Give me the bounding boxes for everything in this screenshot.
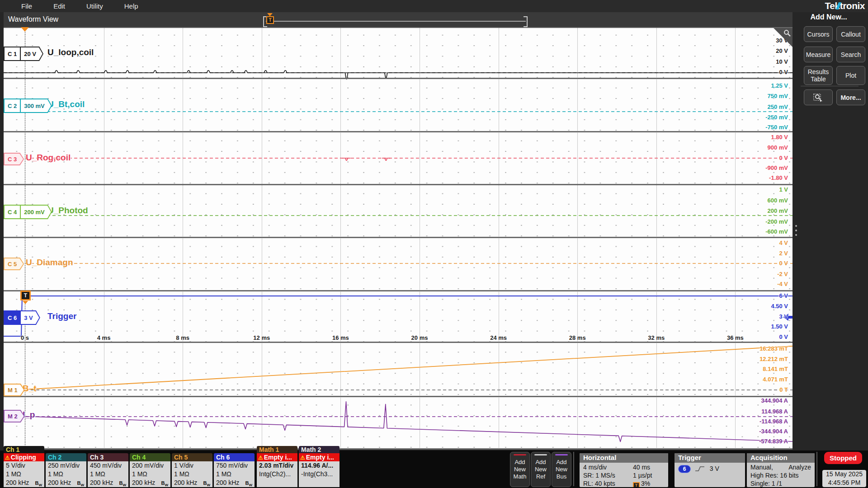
- badge-id: C 6: [5, 311, 21, 324]
- badge-ch-4[interactable]: Ch 4200 mV/div1 MΩ200 kHzBW: [130, 453, 170, 487]
- acquisition-panel[interactable]: Acquisition Manual, Analyze High Res: 16…: [747, 453, 815, 487]
- channel-badge-m-2[interactable]: M 2: [4, 410, 25, 422]
- badge-ch-1[interactable]: Ch 1⚠Clipping5 V/div1 MΩ200 kHzBW: [4, 446, 44, 487]
- axis-label: -750 mV: [765, 124, 788, 131]
- axis-label: -4 V: [777, 281, 788, 287]
- badge-bandwidth-row: 200 kHzBW: [88, 479, 128, 487]
- sidebar-button-cursors[interactable]: Cursors: [804, 26, 833, 42]
- badge-bandwidth-row: 200 kHzBW: [172, 479, 212, 487]
- badge-ch-6[interactable]: Ch 6750 mV/div1 MΩ200 kHzBW: [214, 453, 255, 487]
- badge-bandwidth-row: 200 kHzBW: [4, 479, 44, 487]
- trace: [4, 402, 793, 442]
- badge-title: Ch 4: [130, 453, 170, 461]
- section-separator: [4, 290, 793, 291]
- channel-badge-c-6[interactable]: C 63 V: [4, 310, 40, 325]
- bandwidth-limit-icon: BW: [35, 479, 42, 487]
- channel-badge-c-3[interactable]: C 3: [4, 153, 24, 165]
- channel-badge-c-2[interactable]: C 2300 mV: [4, 99, 52, 113]
- acq-mode: Manual,: [750, 464, 773, 471]
- trigger-panel[interactable]: Trigger 6 3 V: [675, 453, 745, 487]
- more-button[interactable]: More...: [836, 89, 865, 105]
- axis-label: 10 V: [776, 58, 788, 65]
- badge-scale-row: 450 mV/div: [88, 461, 128, 470]
- channel-badge-c-1[interactable]: C 120 V: [4, 47, 43, 61]
- badge-title: Ch 5: [172, 453, 212, 461]
- accent-line: [514, 454, 526, 455]
- sidebar-button-search[interactable]: Search: [836, 47, 865, 62]
- trigger-indicator-tail-icon: [23, 301, 28, 304]
- axis-label: -600 mV: [765, 228, 788, 235]
- axis-label: 4.071 mT: [763, 376, 788, 383]
- record-right-bracket-icon[interactable]: [524, 16, 528, 27]
- acquisition-panel-title: Acquisition: [747, 453, 815, 463]
- axis-label: 0 V: [779, 333, 788, 340]
- badge-alert: ⚠Empty i...: [299, 453, 340, 461]
- tab-waveform-view[interactable]: Waveform View: [8, 15, 58, 23]
- badge-bandwidth-row: 200 kHzBW: [214, 479, 255, 487]
- axis-label: 114.968 A: [761, 408, 788, 415]
- section-separator: [4, 342, 793, 343]
- horizontal-panel[interactable]: Horizontal 4 ms/div SR: 1 MS/s RL: 40 kp…: [580, 453, 668, 487]
- waveform-graticule: T 0 s4 ms8 ms12 ms16 ms20 ms24 ms28 ms32…: [4, 27, 793, 450]
- section-separator: [4, 237, 793, 238]
- trigger-mini-icon: T: [633, 482, 640, 487]
- plot-top-edge: [4, 27, 793, 28]
- axis-label: 1.50 V: [771, 323, 788, 330]
- sidebar-button-measure[interactable]: Measure: [804, 47, 833, 62]
- axis-label: -200 mV: [765, 218, 788, 225]
- badge-id: C 3: [5, 154, 23, 164]
- sidebar-button-results-table[interactable]: Results Table: [804, 66, 833, 85]
- bandwidth-limit-icon: BW: [203, 479, 210, 487]
- badge-ch-3[interactable]: Ch 3450 mV/div1 MΩ200 kHzBW: [88, 453, 128, 487]
- menu-bar: Tektronix FileEditUtilityHelp: [0, 0, 868, 12]
- sidebar-button-callout[interactable]: Callout: [836, 26, 865, 42]
- time-tick-label: 12 ms: [253, 334, 270, 341]
- waveform-traces: [4, 27, 793, 450]
- add-new-math-button[interactable]: AddNewMath: [510, 452, 530, 487]
- badge-scale-row: 1 V/div: [172, 461, 212, 470]
- warning-icon: ⚠: [5, 455, 10, 461]
- axis-label: 3 V: [779, 313, 788, 320]
- badge-ch-5[interactable]: Ch 51 V/div1 MΩ200 kHzBW: [172, 453, 212, 487]
- time-tick-label: 8 ms: [176, 334, 189, 341]
- trigger-position-icon[interactable]: T: [266, 16, 274, 24]
- menu-file[interactable]: File: [21, 2, 32, 10]
- badge-impedance-row: 1 MΩ: [130, 470, 170, 479]
- section-separator: [4, 396, 793, 397]
- oscilloscope-window: Tektronix FileEditUtilityHelp Waveform V…: [0, 0, 868, 488]
- badge-alert: ⚠Empty i...: [257, 453, 297, 461]
- badge-title: Ch 1: [4, 446, 44, 453]
- menu-utility[interactable]: Utility: [86, 2, 103, 10]
- axis-label: -114.968 A: [760, 418, 788, 425]
- panel-drag-handle[interactable]: [794, 225, 798, 236]
- menu-help[interactable]: Help: [124, 2, 138, 10]
- axis-label: 344.904 A: [761, 397, 788, 404]
- badge-scale: 200 mV: [21, 206, 51, 218]
- channel-badge-m-1[interactable]: M 1: [4, 384, 25, 396]
- axis-label: 4 V: [779, 239, 788, 246]
- badge-math-2[interactable]: Math 2⚠Empty i...114.96 A/...-Intg(Ch3..…: [299, 446, 340, 487]
- horizontal-sample-rate: SR: 1 MS/s: [583, 472, 615, 479]
- acq-resolution: High Res: 16 bits: [750, 472, 799, 479]
- accent-line: [555, 454, 568, 455]
- add-new-ref-button[interactable]: AddNewRef: [531, 452, 551, 487]
- run-stop-status[interactable]: Stopped: [824, 452, 862, 464]
- trigger-indicator-icon[interactable]: T: [20, 291, 31, 300]
- bandwidth-limit-icon: BW: [119, 479, 126, 487]
- channel-badge-c-4[interactable]: C 4200 mV: [4, 205, 52, 219]
- menu-edit[interactable]: Edit: [53, 2, 65, 10]
- datetime-badge: 15 May 2025 4:45:56 PM: [822, 470, 866, 487]
- channel-badge-c-5[interactable]: C 5: [4, 258, 24, 270]
- trace: [4, 346, 793, 390]
- record-view-bar[interactable]: [266, 21, 526, 22]
- badge-math-1[interactable]: Math 1⚠Empty i...2.03 mT/divIntg(Ch2)...: [257, 446, 297, 487]
- badge-ch-2[interactable]: Ch 2250 mV/div1 MΩ200 kHzBW: [46, 453, 86, 487]
- waveform-label-u-photod: U_Photod: [47, 206, 88, 216]
- badge-id: C 5: [5, 258, 23, 269]
- badge-scale-row: 200 mV/div: [130, 461, 170, 470]
- bandwidth-limit-icon: BW: [245, 479, 252, 487]
- sidebar-button-plot[interactable]: Plot: [836, 66, 865, 85]
- add-new-bus-button[interactable]: AddNewBus: [552, 452, 571, 487]
- zoom-select-button[interactable]: [804, 89, 833, 105]
- axis-label: 1 V: [779, 186, 788, 193]
